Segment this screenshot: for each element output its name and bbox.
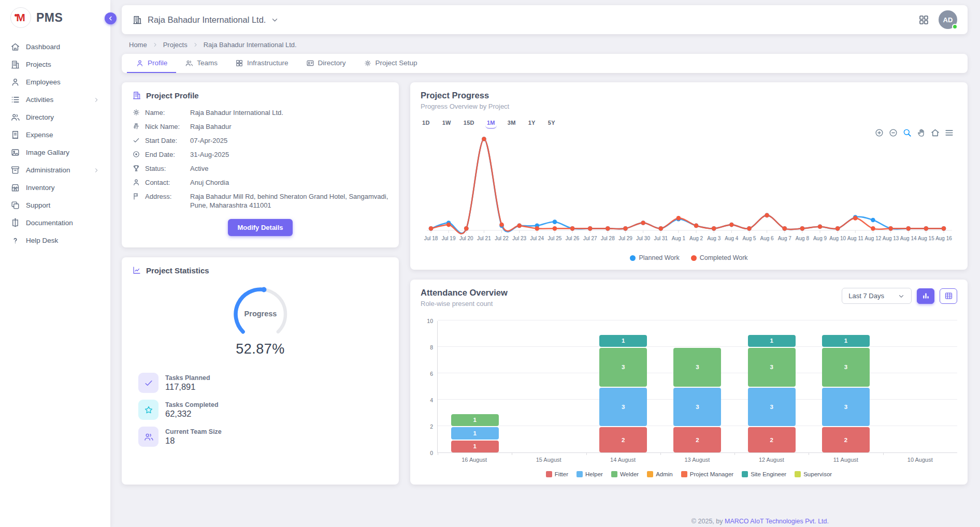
bar-segment-helper[interactable]: 3 (599, 388, 647, 427)
svg-text:Jul 25: Jul 25 (548, 236, 562, 241)
breadcrumb-item[interactable]: Raja Bahadur International Ltd. (204, 41, 297, 49)
svg-text:Aug 10: Aug 10 (829, 236, 846, 241)
zoom-in-button[interactable] (874, 128, 884, 138)
tab-project-setup[interactable]: Project Setup (355, 54, 426, 73)
footer-company-link[interactable]: MARCO AIoT Technologies Pvt. Ltd. (725, 518, 829, 525)
profile-field: Contact:Anuj Chordia (132, 178, 388, 187)
legend-item[interactable]: Welder (611, 471, 639, 477)
bar-segment-welder[interactable]: 3 (748, 348, 796, 387)
legend-item[interactable]: Fitter (546, 471, 568, 477)
field-label: Status: (145, 164, 185, 173)
sidebar-item-help-desk[interactable]: Help Desk (5, 232, 105, 249)
tab-label: Directory (318, 59, 346, 67)
home-icon (10, 42, 20, 52)
pan-button[interactable] (916, 128, 926, 138)
menu-icon (944, 128, 954, 138)
field-value: Raja Bahadur (190, 122, 388, 131)
stacked-bar[interactable]: 111 (451, 413, 499, 453)
stacked-bar[interactable]: 1332 (748, 334, 796, 453)
legend-item[interactable]: Helper (577, 471, 603, 477)
legend-item[interactable]: Completed Work (691, 254, 748, 261)
office-building-icon (132, 91, 141, 100)
range-button-15d[interactable]: 15D (462, 119, 476, 129)
profile-field: Nick Name:Raja Bahadur (132, 122, 388, 131)
breadcrumb-item[interactable]: Home (129, 41, 147, 49)
home-reset-button[interactable] (930, 128, 940, 138)
sidebar-item-dashboard[interactable]: Dashboard (5, 38, 105, 55)
user-avatar[interactable]: AD (939, 10, 957, 29)
range-button-1y[interactable]: 1Y (527, 119, 537, 129)
brand-logo-icon: M (10, 7, 31, 28)
field-label: Start Date: (145, 136, 185, 145)
stacked-bar[interactable]: 1332 (822, 334, 870, 453)
table-view-button[interactable] (940, 288, 957, 304)
bar-segment-welder[interactable]: 3 (599, 348, 647, 387)
tab-directory[interactable]: Directory (297, 54, 355, 73)
shortcuts-grid-button[interactable] (918, 14, 929, 25)
sidebar-item-projects[interactable]: Projects (5, 56, 105, 73)
svg-text:Jul 28: Jul 28 (601, 236, 615, 241)
sidebar-item-activities[interactable]: Activities (5, 91, 105, 108)
range-button-3m[interactable]: 3M (506, 119, 517, 129)
company-selector[interactable]: Raja Bahadur International Ltd. (132, 14, 279, 25)
sidebar-item-label: Inventory (26, 184, 100, 192)
sidebar-item-administration[interactable]: Administration (5, 162, 105, 179)
bar-segment-site-engineer[interactable]: 1 (748, 335, 796, 347)
sidebar-item-documentation[interactable]: Documentation (5, 214, 105, 231)
tab-teams[interactable]: Teams (176, 54, 226, 73)
legend-item[interactable]: Site Engineer (742, 471, 786, 477)
zoom-out-button[interactable] (888, 128, 898, 138)
bar-segment-welder[interactable]: 3 (673, 348, 721, 387)
bar-chart-icon (921, 291, 930, 300)
legend-item[interactable]: Project Manager (681, 471, 733, 477)
tab-bar: ProfileTeamsInfrastructureDirectoryProje… (122, 54, 968, 73)
bar-segment-fitter[interactable]: 2 (599, 427, 647, 452)
modify-details-button[interactable]: Modify Details (228, 219, 292, 236)
range-button-1d[interactable]: 1D (421, 119, 431, 129)
legend-item[interactable]: Admin (647, 471, 673, 477)
tab-profile[interactable]: Profile (127, 54, 176, 73)
stat-label: Current Team Size (165, 428, 222, 435)
period-dropdown[interactable]: Last 7 Days (842, 288, 912, 304)
sidebar-item-label: Directory (26, 113, 100, 121)
bar-segment-site-engineer[interactable]: 1 (599, 335, 647, 347)
bar-segment-fitter[interactable]: 2 (822, 427, 870, 452)
range-selector: 1D1W15D1M3M1Y5Y (421, 119, 957, 129)
bar-segment-site-engineer[interactable]: 1 (822, 335, 870, 347)
legend-item[interactable]: Planned Work (630, 254, 679, 261)
app-logo[interactable]: M PMS (0, 0, 110, 36)
bar-segment-welder[interactable]: 1 (451, 414, 499, 427)
bar-view-button[interactable] (917, 288, 934, 304)
stat-chip (138, 373, 158, 393)
bar-segment-helper[interactable]: 3 (822, 388, 870, 427)
legend-label: Completed Work (700, 254, 748, 261)
legend-item[interactable]: Supervisor (795, 471, 832, 477)
selection-zoom-button[interactable] (902, 128, 912, 138)
menu-button[interactable] (944, 128, 954, 138)
bar-segment-welder[interactable]: 3 (822, 348, 870, 387)
stacked-bar[interactable]: 1332 (599, 334, 647, 453)
range-button-5y[interactable]: 5Y (546, 119, 557, 129)
range-button-1w[interactable]: 1W (441, 119, 453, 129)
check-icon (143, 378, 154, 388)
sidebar-collapse-button[interactable] (105, 12, 117, 24)
x-tick (512, 452, 512, 455)
bar-segment-helper[interactable]: 3 (673, 388, 721, 427)
sidebar-item-employees[interactable]: Employees (5, 74, 105, 91)
tab-infrastructure[interactable]: Infrastructure (226, 54, 297, 73)
bar-segment-helper[interactable]: 3 (748, 388, 796, 427)
breadcrumb-item[interactable]: Projects (163, 41, 188, 49)
bar-segment-helper[interactable]: 1 (451, 427, 499, 440)
sidebar-item-image-gallary[interactable]: Image Gallary (5, 144, 105, 161)
sidebar-item-expense[interactable]: Expense (5, 126, 105, 143)
bar-segment-fitter[interactable]: 2 (673, 427, 721, 452)
bar-segment-fitter[interactable]: 1 (451, 441, 499, 453)
stacked-bar[interactable]: 332 (673, 347, 721, 452)
bar-segment-fitter[interactable]: 2 (748, 427, 796, 452)
sidebar-item-inventory[interactable]: Inventory (5, 179, 105, 196)
sidebar-item-support[interactable]: Support (5, 197, 105, 214)
sidebar-item-directory[interactable]: Directory (5, 109, 105, 126)
y-tick-label: 4 (430, 397, 433, 403)
legend-label: Site Engineer (751, 471, 786, 477)
range-button-1m[interactable]: 1M (485, 119, 497, 129)
